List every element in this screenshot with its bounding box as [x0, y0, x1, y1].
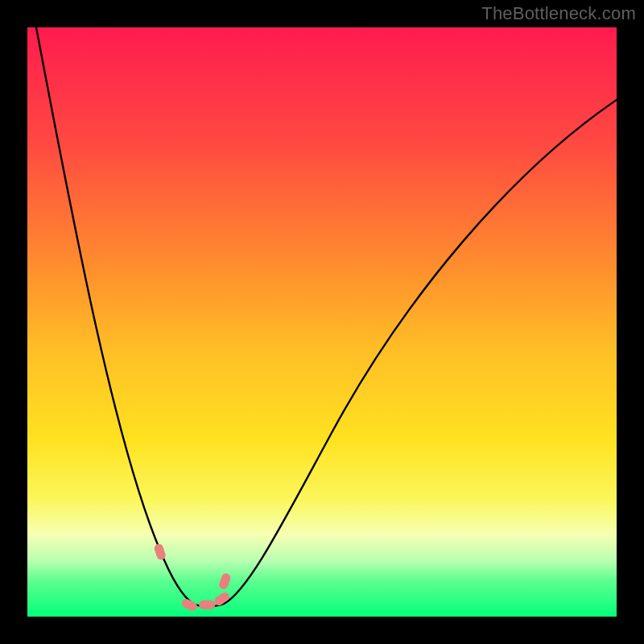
gradient-background [27, 27, 617, 617]
watermark-text: TheBottleneck.com [481, 3, 636, 24]
curve-marker [199, 601, 215, 609]
plot-area [27, 27, 617, 617]
chart-frame: TheBottleneck.com [0, 0, 644, 644]
plot-svg [27, 27, 617, 617]
